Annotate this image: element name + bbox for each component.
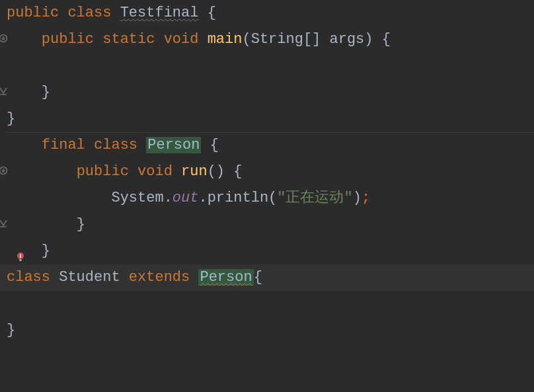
- error-bulb-icon[interactable]: [16, 246, 25, 256]
- code-line[interactable]: }: [0, 212, 534, 238]
- gutter: [0, 79, 7, 106]
- token: [120, 269, 129, 286]
- gutter: [0, 132, 7, 159]
- code-line[interactable]: System.out.println("正在运动");: [0, 185, 534, 212]
- token: class: [67, 5, 120, 21]
- code-content: }: [7, 79, 50, 106]
- token: Person: [146, 137, 201, 153]
- token: out: [172, 190, 199, 206]
- code-content: public class Testfinal {: [7, 0, 216, 26]
- code-line[interactable]: }: [0, 79, 534, 106]
- code-line[interactable]: [0, 291, 534, 317]
- gutter: [0, 291, 7, 317]
- gutter: [0, 106, 7, 132]
- token: public: [42, 31, 102, 48]
- code-content: }: [7, 317, 15, 344]
- code-content: class Student extends Person{: [7, 264, 262, 291]
- gutter: [0, 238, 7, 264]
- token: public: [77, 163, 137, 180]
- token: .: [164, 190, 172, 206]
- token: final: [42, 137, 94, 153]
- token: () {: [208, 163, 243, 180]
- token: Student: [59, 269, 120, 286]
- code-line[interactable]: [0, 370, 534, 392]
- gutter: [0, 0, 7, 26]
- gutter: [0, 26, 7, 53]
- gutter: [0, 185, 7, 212]
- token: main: [208, 31, 243, 48]
- token: }: [77, 216, 85, 233]
- token: {: [201, 137, 218, 153]
- token: void: [137, 163, 181, 180]
- token: .: [198, 190, 207, 206]
- token: println(: [208, 190, 278, 206]
- code-line[interactable]: public void run() {: [0, 159, 534, 185]
- code-content: }: [7, 212, 85, 238]
- token: }: [7, 322, 15, 338]
- gutter: [0, 317, 7, 344]
- code-line[interactable]: public static void main(String[] args) {: [0, 26, 534, 53]
- gutter: [0, 212, 7, 238]
- token: Testfinal: [120, 5, 199, 21]
- code-line[interactable]: final class Person {: [0, 132, 534, 159]
- code-content: }: [7, 238, 50, 264]
- svg-rect-7: [20, 256, 21, 258]
- token: (String[] args) {: [242, 31, 390, 48]
- code-content: public void run() {: [7, 159, 242, 185]
- code-editor[interactable]: public class Testfinal { public static v…: [0, 0, 534, 392]
- code-line[interactable]: [0, 53, 534, 79]
- token: {: [254, 269, 262, 286]
- code-line[interactable]: class Student extends Person{: [0, 264, 534, 291]
- gutter: [0, 53, 7, 79]
- token: extends: [129, 269, 199, 286]
- gutter: [0, 264, 7, 291]
- code-line[interactable]: public class Testfinal {: [0, 0, 534, 26]
- code-line[interactable]: }: [0, 317, 534, 344]
- token: void: [164, 31, 208, 48]
- token: ;: [362, 190, 370, 206]
- token: Person: [198, 269, 253, 286]
- gutter: [0, 159, 7, 185]
- token: class: [94, 137, 146, 153]
- token: System: [111, 190, 163, 206]
- code-content: public static void main(String[] args) {: [7, 26, 391, 53]
- code-line[interactable]: }: [0, 238, 534, 264]
- svg-rect-5: [19, 259, 22, 261]
- token: class: [7, 269, 59, 286]
- token: run: [181, 163, 208, 180]
- token: static: [102, 31, 163, 48]
- code-content: }: [7, 106, 15, 132]
- token: }: [42, 243, 50, 259]
- gutter: [0, 344, 7, 370]
- gutter: [0, 370, 7, 392]
- code-line[interactable]: [0, 344, 534, 370]
- token: }: [42, 84, 50, 100]
- token: ): [353, 190, 362, 206]
- token: public: [7, 5, 67, 21]
- code-content: System.out.println("正在运动");: [7, 185, 370, 212]
- code-line[interactable]: }: [0, 106, 534, 132]
- token: }: [7, 110, 15, 127]
- token: "正在运动": [277, 190, 352, 206]
- code-content: final class Person {: [7, 132, 219, 159]
- token: {: [198, 5, 215, 21]
- svg-point-6: [20, 255, 21, 256]
